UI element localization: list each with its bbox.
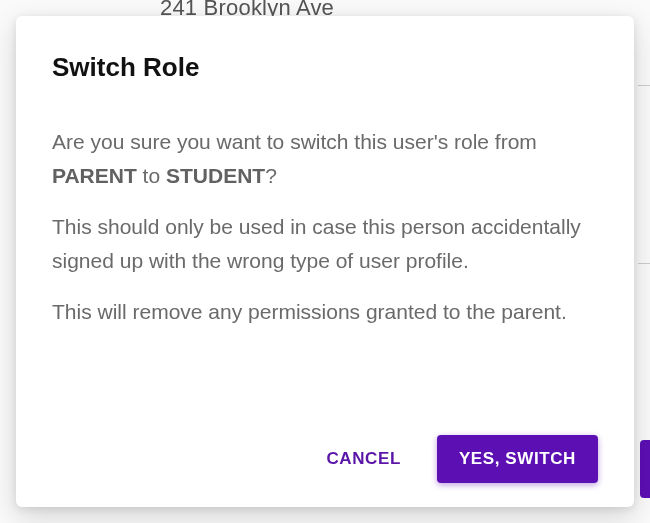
background-button-edge — [640, 440, 650, 498]
role-from: PARENT — [52, 164, 137, 187]
background-divider — [638, 85, 650, 86]
dialog-message-confirm: Are you sure you want to switch this use… — [52, 125, 598, 192]
dialog-body: Are you sure you want to switch this use… — [52, 125, 598, 415]
dialog-message-consequence: This will remove any permissions granted… — [52, 295, 598, 329]
confirm-switch-button[interactable]: YES, SWITCH — [437, 435, 598, 483]
background-divider — [638, 263, 650, 264]
cancel-button[interactable]: CANCEL — [304, 435, 422, 483]
dialog-message-text: ? — [265, 164, 277, 187]
role-to: STUDENT — [166, 164, 265, 187]
dialog-message-text: to — [137, 164, 166, 187]
dialog-actions: CANCEL YES, SWITCH — [52, 435, 598, 483]
switch-role-dialog: Switch Role Are you sure you want to swi… — [16, 16, 634, 507]
dialog-message-text: Are you sure you want to switch this use… — [52, 130, 537, 153]
dialog-title: Switch Role — [52, 52, 598, 83]
dialog-message-warning: This should only be used in case this pe… — [52, 210, 598, 277]
